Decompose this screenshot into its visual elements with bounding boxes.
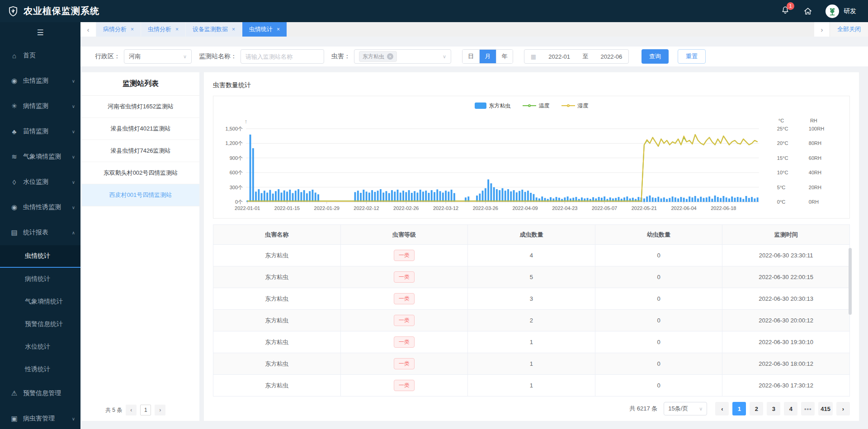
sidebar-item-weather[interactable]: ≋气象墒情监测∨: [0, 144, 80, 169]
more-pages-button[interactable]: •••: [801, 402, 815, 415]
sidebar-item-manage[interactable]: ▣病虫害管理∨: [0, 406, 80, 429]
grade-badge: 一类: [394, 293, 415, 304]
sidebar-subitem[interactable]: 病情统计: [0, 268, 80, 290]
sidebar-subitem[interactable]: 水位统计: [0, 336, 80, 358]
period-option-button[interactable]: 日: [462, 50, 479, 63]
prev-page-button[interactable]: ‹: [715, 402, 729, 415]
tab-close-icon[interactable]: ×: [175, 26, 179, 33]
table-column-header: 虫害名称: [213, 225, 341, 245]
tab-close-icon[interactable]: ×: [277, 26, 280, 33]
statistics-panel: 虫害数量统计 东方粘虫 温度: [204, 72, 859, 421]
grade-badge: 一类: [394, 271, 415, 283]
close-all-tabs-button[interactable]: 全部关闭: [830, 22, 868, 37]
sidebar-item-home[interactable]: ⌂首页: [0, 43, 80, 68]
svg-text:2022-05-07: 2022-05-07: [592, 205, 617, 211]
sidebar-item-label: 苗情监测: [23, 127, 48, 135]
station-list-pagination: 共 5 条 ‹ 1 ›: [105, 405, 165, 415]
reset-button[interactable]: 重置: [678, 49, 706, 64]
water-icon: ◊: [10, 178, 19, 186]
page-button-2[interactable]: 2: [750, 402, 763, 415]
manage-icon: ▣: [10, 415, 19, 423]
region-select[interactable]: 河南 ∨: [124, 49, 192, 64]
station-list-item[interactable]: 浚县虫情灯7426监测站: [82, 140, 199, 162]
chart-canvas: 1,500个1,200个900个600个300个0个↑2022-01-01202…: [213, 111, 849, 215]
legend-item-temperature[interactable]: 温度: [523, 102, 550, 110]
station-current-page[interactable]: 1: [140, 405, 151, 415]
sidebar-subitem[interactable]: 性诱统计: [0, 358, 80, 381]
page-button-4[interactable]: 4: [784, 402, 797, 415]
cell-adult-count: 4: [468, 245, 595, 266]
cell-monitor-time: 2022-06-30 20:00:12: [722, 310, 850, 331]
search-button[interactable]: 查询: [642, 49, 669, 64]
station-list-title: 监测站列表: [82, 72, 199, 96]
station-list-item[interactable]: 浚县虫情灯4021监测站: [82, 118, 199, 140]
sidebar-subitem[interactable]: 虫情统计: [0, 245, 80, 268]
cell-adult-count: 2: [468, 310, 595, 331]
legend-line-swatch: [523, 105, 536, 106]
cell-larva-count: 0: [595, 266, 722, 288]
collapse-sidebar-button[interactable]: ☰: [0, 22, 80, 43]
page-button-3[interactable]: 3: [767, 402, 780, 415]
home-icon[interactable]: [803, 6, 813, 16]
svg-text:600个: 600个: [230, 170, 243, 175]
cell-pest-name: 东方粘虫: [213, 288, 341, 310]
user-avatar[interactable]: [826, 5, 839, 18]
sidebar-subitem[interactable]: 预警信息统计: [0, 313, 80, 336]
tab-close-icon[interactable]: ×: [131, 26, 134, 33]
date-end-value: 2022-06: [601, 53, 623, 60]
tab-虫情分析[interactable]: 虫情分析×: [141, 22, 185, 37]
tab-设备监测数据[interactable]: 设备监测数据×: [185, 22, 242, 37]
chevron-down-icon: ∨: [72, 154, 75, 159]
svg-text:RH: RH: [810, 118, 817, 123]
sidebar-item-alert[interactable]: ⚠预警信息管理: [0, 381, 80, 406]
tab-病情分析[interactable]: 病情分析×: [96, 22, 141, 37]
sidebar-subitem[interactable]: 气象墒情统计: [0, 290, 80, 313]
sidebar-item-water[interactable]: ◊水位监测∨: [0, 169, 80, 195]
table-scrollbar-thumb[interactable]: [849, 248, 852, 315]
station-list-item[interactable]: 河南省虫情灯1652监测站: [82, 96, 199, 118]
date-range-picker[interactable]: ▦ 2022-01 至 2022-06: [524, 49, 629, 64]
tab-scroll-right-button[interactable]: ›: [814, 22, 830, 37]
tab-虫情统计[interactable]: 虫情统计×: [242, 22, 287, 37]
sidebar-item-virus[interactable]: ✳病情监测∨: [0, 93, 80, 119]
sidebar-item-trap[interactable]: ◉虫情性诱监测∨: [0, 195, 80, 220]
tab-close-icon[interactable]: ×: [232, 26, 235, 33]
cell-grade: 一类: [340, 266, 468, 288]
shield-logo-icon: [7, 5, 19, 17]
station-list: 河南省虫情灯1652监测站浚县虫情灯4021监测站浚县虫情灯7426监测站东双鹅…: [82, 96, 199, 206]
user-name[interactable]: 研发: [844, 7, 856, 15]
next-page-button[interactable]: ›: [836, 402, 850, 415]
tab-scroll-left-button[interactable]: ‹: [80, 22, 96, 37]
home-icon: ⌂: [10, 52, 19, 60]
legend-item-humidity[interactable]: 湿度: [561, 102, 589, 110]
page-button-1[interactable]: 1: [732, 402, 746, 415]
station-prev-page-button[interactable]: ‹: [126, 405, 137, 415]
svg-text:0RH: 0RH: [809, 199, 819, 205]
tag-close-icon[interactable]: ×: [387, 53, 393, 60]
station-next-page-button[interactable]: ›: [155, 405, 165, 415]
svg-text:2022-02-12: 2022-02-12: [354, 205, 379, 211]
pest-label: 虫害：: [331, 52, 350, 61]
total-count-label: 共 6217 条: [629, 405, 657, 413]
station-list-item[interactable]: 东双鹅头村002号四情监测站: [82, 162, 199, 184]
page-size-select[interactable]: 15条/页 ∨: [664, 402, 707, 415]
sprout-icon: ♣: [10, 128, 19, 135]
date-separator: 至: [582, 52, 588, 61]
svg-text:1,200个: 1,200个: [226, 140, 243, 146]
sidebar-item-bug[interactable]: ◉虫情监测∨: [0, 68, 80, 93]
table-column-header: 幼虫数量: [595, 225, 722, 245]
cell-monitor-time: 2022-06-30 18:00:12: [722, 353, 850, 375]
notification-bell-icon[interactable]: 1: [780, 5, 790, 17]
sidebar-item-report[interactable]: ▤统计报表∧: [0, 220, 80, 245]
sidebar-item-sprout[interactable]: ♣苗情监测∨: [0, 119, 80, 144]
period-option-button[interactable]: 月: [479, 50, 496, 63]
svg-text:2022-04-09: 2022-04-09: [512, 205, 538, 211]
page-button-415[interactable]: 415: [818, 402, 833, 415]
legend-bar-swatch: [475, 103, 486, 109]
legend-item-pest[interactable]: 东方粘虫: [475, 102, 511, 110]
pest-select[interactable]: 东方粘虫 × ∨: [354, 49, 451, 64]
station-list-item[interactable]: 西皮村001号四情监测站: [82, 184, 199, 206]
sidebar-item-label: 水位监测: [23, 178, 48, 186]
station-name-input[interactable]: [241, 49, 324, 64]
period-option-button[interactable]: 年: [496, 50, 513, 63]
